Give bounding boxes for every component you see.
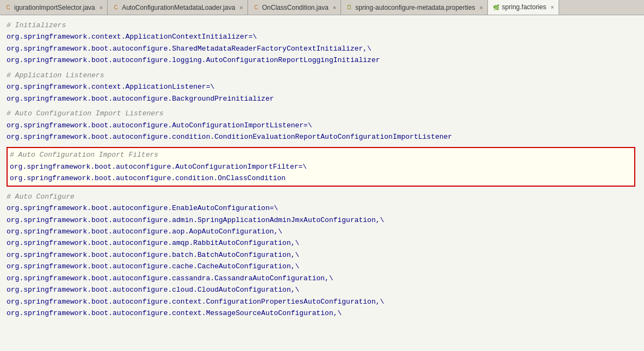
line-on-class-condition: org.springframework.boot.autoconfigure.c… <box>10 173 632 184</box>
properties-icon: 🗒 <box>345 4 353 11</box>
line-enable-auto-configuration: org.springframework.boot.autoconfigure.E… <box>7 202 637 214</box>
line-autoconfiguration-import-filter: org.springframework.boot.autoconfigure.A… <box>10 161 632 173</box>
line-autoconfigure-comment: # Auto Configure <box>7 191 637 202</box>
tab-close-3[interactable]: × <box>333 4 336 11</box>
line-cassandra-auto-config: org.springframework.boot.autoconfigure.c… <box>7 273 637 284</box>
editor-area: # Initializers org.springframework.conte… <box>0 15 644 351</box>
line-autoconfiguration-import-listener: org.springframework.boot.autoconfigure.A… <box>7 120 637 131</box>
line-cloud-auto-config: org.springframework.boot.autoconfigure.c… <box>7 284 637 295</box>
java-icon-2: C <box>112 4 120 11</box>
tab-close-2[interactable]: × <box>239 4 243 11</box>
line-spring-app-admin: org.springframework.boot.autoconfigure.a… <box>7 214 637 226</box>
tab-close-4[interactable]: × <box>479 4 482 11</box>
line-background-preinitializer: org.springframework.boot.autoconfigure.B… <box>7 93 637 104</box>
line-app-listeners-comment: # Application Listeners <box>7 70 637 81</box>
line-import-filters-comment: # Auto Configuration Import Filters <box>10 149 632 161</box>
tab-label-1: igurationImportSelector.java <box>14 4 95 11</box>
tab-label-4: spring-autoconfigure-metadata.properties <box>355 4 475 11</box>
tab-label-5: spring.factories <box>502 3 546 11</box>
tab-on-class-condition[interactable]: C OnClassCondition.java × <box>248 0 342 15</box>
tab-label-3: OnClassCondition.java <box>262 4 329 11</box>
tab-label-2: AutoConfigurationMetadataLoader.java <box>122 4 235 11</box>
line-shared-metadata: org.springframework.boot.autoconfigure.S… <box>7 43 637 54</box>
line-logging-initializer: org.springframework.boot.autoconfigure.l… <box>7 54 637 66</box>
tab-spring-autoconfigure-metadata[interactable]: 🗒 spring-autoconfigure-metadata.properti… <box>341 0 488 15</box>
line-app-listener: org.springframework.context.ApplicationL… <box>7 81 637 93</box>
highlighted-filters-section: # Auto Configuration Import Filters org.… <box>7 147 635 186</box>
line-cache-auto-config: org.springframework.boot.autoconfigure.c… <box>7 261 637 272</box>
tab-configuration-import-selector[interactable]: C igurationImportSelector.java × <box>0 0 108 15</box>
tab-autoconfiguration-metadata-loader[interactable]: C AutoConfigurationMetadataLoader.java × <box>108 0 248 15</box>
line-import-listeners-comment: # Auto Configuration Import Listeners <box>7 108 637 119</box>
tab-close-1[interactable]: × <box>100 4 103 11</box>
line-aop-auto-config: org.springframework.boot.autoconfigure.a… <box>7 226 637 237</box>
java-icon-3: C <box>252 4 260 11</box>
tab-close-5[interactable]: × <box>550 4 554 10</box>
line-rabbit-auto-config: org.springframework.boot.autoconfigure.a… <box>7 237 637 249</box>
line-app-context-initializer: org.springframework.context.ApplicationC… <box>7 31 637 42</box>
tab-bar: C igurationImportSelector.java × C AutoC… <box>0 0 644 15</box>
line-condition-evaluation-report: org.springframework.boot.autoconfigure.c… <box>7 131 637 143</box>
factories-icon: 🌿 <box>492 3 500 11</box>
line-message-source-auto-config: org.springframework.boot.autoconfigure.c… <box>7 307 637 319</box>
line-batch-auto-config: org.springframework.boot.autoconfigure.b… <box>7 249 637 261</box>
tab-spring-factories[interactable]: 🌿 spring.factories × <box>488 0 559 15</box>
java-icon-1: C <box>4 4 12 11</box>
line-initializers-comment: # Initializers <box>7 20 637 31</box>
line-config-properties-auto-config: org.springframework.boot.autoconfigure.c… <box>7 296 637 307</box>
